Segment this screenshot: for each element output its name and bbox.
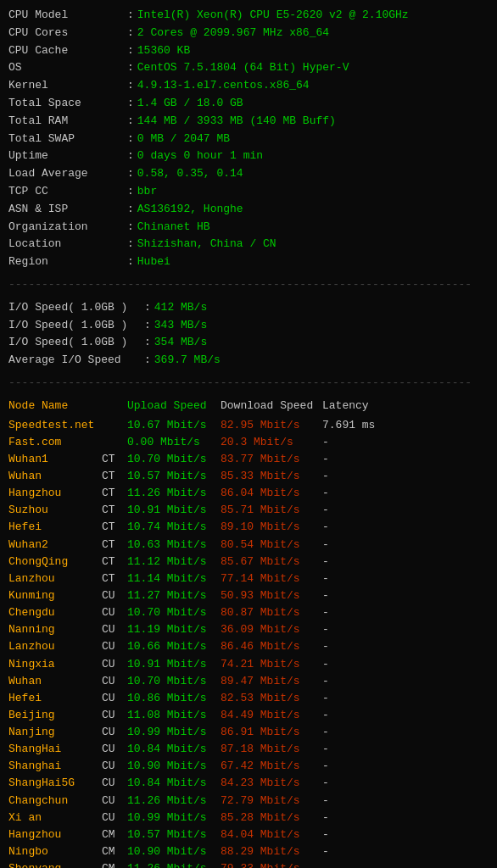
net-upload-speed: 10.57 Mbit/s xyxy=(127,468,221,485)
sysinfo-row: Location: Shizishan, China / CN xyxy=(8,236,489,253)
net-download-speed: 72.79 Mbit/s xyxy=(221,793,322,810)
net-node-name: Chengdu xyxy=(8,604,102,621)
sysinfo-row: Organization: Chinanet HB xyxy=(8,219,489,236)
sysinfo-label: Region xyxy=(8,253,127,271)
net-latency: - xyxy=(322,707,373,724)
sysinfo-value: 0 days 0 hour 1 min xyxy=(137,147,263,165)
sysinfo-section: CPU Model: Intel(R) Xeon(R) CPU E5-2620 … xyxy=(8,7,489,271)
net-node-name: Changchun xyxy=(8,793,102,810)
io-label: I/O Speed( 1.0GB ) xyxy=(8,317,144,335)
net-isp: CU xyxy=(102,775,127,792)
net-isp: CT xyxy=(102,468,127,485)
net-upload-speed: 11.08 Mbit/s xyxy=(127,707,221,724)
net-latency: - xyxy=(322,485,373,502)
net-latency: - xyxy=(322,587,373,604)
net-node-name: Hefei xyxy=(8,519,102,536)
net-node-name: Beijing xyxy=(8,707,102,724)
sysinfo-value: CentOS 7.5.1804 (64 Bit) Hyper-V xyxy=(137,59,349,77)
net-latency: - xyxy=(322,434,373,451)
network-row: ShanghaiCU10.90 Mbit/s67.42 Mbit/s- xyxy=(8,758,489,775)
sysinfo-value: Chinanet HB xyxy=(137,219,210,236)
net-download-speed: 86.46 Mbit/s xyxy=(221,638,322,655)
net-upload-speed: 11.26 Mbit/s xyxy=(127,793,221,810)
net-latency: - xyxy=(322,775,373,792)
net-download-speed: 36.09 Mbit/s xyxy=(221,621,322,638)
sysinfo-row: Total Space: 1.4 GB / 18.0 GB xyxy=(8,95,489,113)
sysinfo-row: Uptime: 0 days 0 hour 1 min xyxy=(8,147,489,165)
net-upload-speed: 11.14 Mbit/s xyxy=(127,570,221,587)
net-isp: CT xyxy=(102,554,127,570)
net-isp: CU xyxy=(102,690,127,707)
net-isp: CU xyxy=(102,793,127,810)
sysinfo-row: Total RAM: 144 MB / 3933 MB (140 MB Buff… xyxy=(8,113,489,131)
sysinfo-label: OS xyxy=(8,59,127,77)
sysinfo-value: 2 Cores @ 2099.967 MHz x86_64 xyxy=(137,25,329,42)
io-value: 412 MB/s xyxy=(154,299,207,317)
sysinfo-value: 15360 KB xyxy=(137,42,190,60)
colon: : xyxy=(127,113,134,131)
net-download-speed: 50.93 Mbit/s xyxy=(221,587,322,604)
sysinfo-row: CPU Cache: 15360 KB xyxy=(8,42,489,60)
io-row: I/O Speed( 1.0GB ): 343 MB/s xyxy=(8,317,489,335)
colon: : xyxy=(127,25,134,42)
header-latency: Latency xyxy=(322,398,373,415)
net-latency: - xyxy=(322,638,373,655)
net-download-speed: 82.53 Mbit/s xyxy=(221,690,322,707)
net-upload-speed: 11.27 Mbit/s xyxy=(127,587,221,604)
net-download-speed: 74.21 Mbit/s xyxy=(221,656,322,673)
net-upload-speed: 10.63 Mbit/s xyxy=(127,537,221,554)
sysinfo-label: Total RAM xyxy=(8,113,127,131)
net-upload-speed: 11.26 Mbit/s xyxy=(127,485,221,502)
net-isp: CU xyxy=(102,673,127,690)
sysinfo-label: ASN & ISP xyxy=(8,201,127,219)
net-upload-speed: 10.86 Mbit/s xyxy=(127,690,221,707)
sysinfo-label: Load Average xyxy=(8,165,127,183)
net-upload-speed: 11.12 Mbit/s xyxy=(127,554,221,570)
net-node-name: ShangHai5G xyxy=(8,775,102,792)
net-node-name: Wuhan xyxy=(8,673,102,690)
sysinfo-row: Kernel: 4.9.13-1.el7.centos.x86_64 xyxy=(8,77,489,95)
net-upload-speed: 10.84 Mbit/s xyxy=(127,775,221,792)
net-download-speed: 88.29 Mbit/s xyxy=(221,843,322,860)
net-upload-speed: 10.90 Mbit/s xyxy=(127,758,221,775)
net-node-name: ShangHai xyxy=(8,741,102,758)
sysinfo-label: Organization xyxy=(8,219,127,236)
net-upload-speed: 10.99 Mbit/s xyxy=(127,810,221,826)
net-node-name: Nanjing xyxy=(8,724,102,741)
net-isp: CU xyxy=(102,587,127,604)
net-latency: - xyxy=(322,519,373,536)
colon: : xyxy=(144,317,151,335)
network-row: NanjingCU10.99 Mbit/s86.91 Mbit/s- xyxy=(8,724,489,741)
sysinfo-row: Load Average: 0.58, 0.35, 0.14 xyxy=(8,165,489,183)
colon: : xyxy=(144,299,151,317)
header-node: Node Name xyxy=(8,398,102,415)
sysinfo-value: Intel(R) Xeon(R) CPU E5-2620 v2 @ 2.10GH… xyxy=(137,7,409,25)
net-latency: - xyxy=(322,843,373,860)
net-latency: - xyxy=(322,451,373,468)
net-isp: CT xyxy=(102,519,127,536)
net-isp: CM xyxy=(102,843,127,860)
net-node-name: Shenyang xyxy=(8,860,102,868)
net-download-speed: 86.04 Mbit/s xyxy=(221,485,322,502)
net-latency: - xyxy=(322,810,373,826)
net-isp: CU xyxy=(102,724,127,741)
colon: : xyxy=(127,131,134,148)
net-upload-speed: 10.70 Mbit/s xyxy=(127,604,221,621)
net-download-speed: 89.47 Mbit/s xyxy=(221,673,322,690)
colon: : xyxy=(127,165,134,183)
net-node-name: Kunming xyxy=(8,587,102,604)
io-label: I/O Speed( 1.0GB ) xyxy=(8,299,144,317)
net-isp xyxy=(102,417,127,434)
divider-2: ----------------------------------------… xyxy=(8,375,489,392)
network-row: Wuhan2CT10.63 Mbit/s80.54 Mbit/s- xyxy=(8,537,489,554)
net-upload-speed: 10.67 Mbit/s xyxy=(127,417,221,434)
sysinfo-value: 144 MB / 3933 MB (140 MB Buff) xyxy=(137,113,336,131)
network-row: SuzhouCT10.91 Mbit/s85.71 Mbit/s- xyxy=(8,502,489,519)
sysinfo-label: TCP CC xyxy=(8,183,127,201)
sysinfo-label: CPU Cache xyxy=(8,42,127,60)
net-isp: CM xyxy=(102,826,127,843)
colon: : xyxy=(127,95,134,113)
network-row: NanningCU11.19 Mbit/s36.09 Mbit/s- xyxy=(8,621,489,638)
sysinfo-value: Hubei xyxy=(137,253,170,271)
sysinfo-label: Total Space xyxy=(8,95,127,113)
